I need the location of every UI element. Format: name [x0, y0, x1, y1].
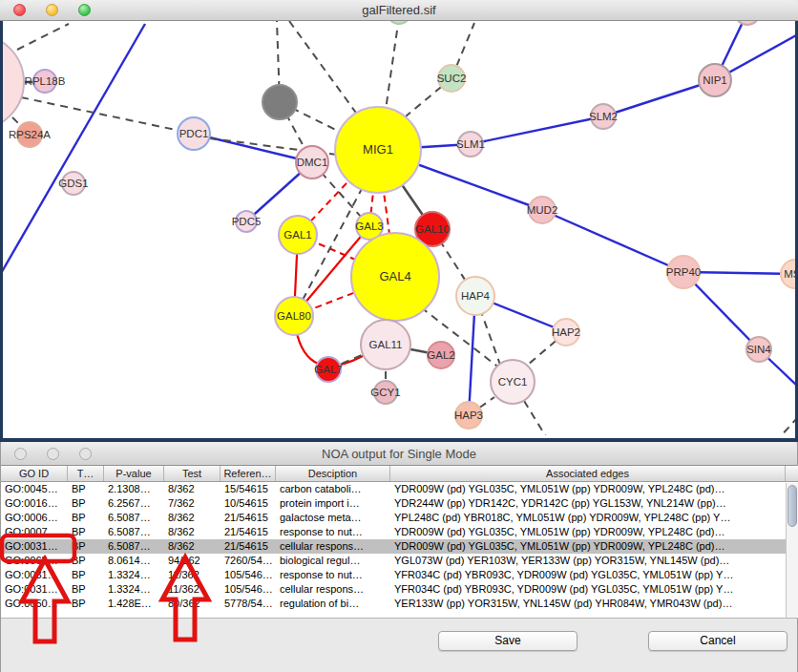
node-label: RPL18B [25, 75, 66, 87]
edge-pd [386, 21, 399, 110]
node-MSL[interactable]: MSL [781, 260, 795, 288]
table-row[interactable]: GO:0045…BP2.1308…8/36215/54615carbon cat… [1, 482, 798, 496]
column-header[interactable]: Associated edges [390, 466, 786, 481]
table-cell-reference: 21/54615 [220, 511, 276, 525]
node-GAL4[interactable]: GAL4 [351, 233, 439, 321]
node-GAL1[interactable]: GAL1 [279, 216, 317, 254]
table-row[interactable]: GO:0006…BP6.5087…8/36221/54615galactose … [1, 511, 798, 525]
node-MUD2[interactable]: MUD2 [527, 197, 558, 223]
table-row[interactable]: GO:0031…BP6.5087…8/36221/54615cellular r… [1, 539, 798, 554]
table-cell-p_value: 1.3324… [104, 582, 164, 597]
table-cell-description: carbon cataboli… [276, 482, 390, 496]
table-row[interactable]: GO:0031…BP1.3324…11/362105/546…response … [1, 568, 798, 582]
table-cell-go_id: GO:0031… [1, 568, 68, 582]
table-cell-type: BP [68, 511, 104, 525]
node-HAP4[interactable]: HAP4 [456, 277, 494, 315]
column-header[interactable]: Test [164, 466, 220, 481]
node-label: GCY1 [370, 387, 400, 398]
edge-pd [289, 21, 361, 119]
node-PRP40[interactable]: PRP40 [666, 256, 701, 288]
table-row[interactable]: GO:0016…BP6.2567…7/36210/54615protein im… [1, 496, 798, 511]
node-GAL80[interactable]: GAL80 [275, 297, 313, 335]
table-cell-go_id: GO:0006… [1, 511, 68, 525]
table-cell-edges: YDR009W (pd) YGL035C, YML051W (pp) YDR00… [390, 539, 786, 554]
node-GDS1[interactable]: GDS1 [58, 172, 88, 195]
graph-window-titlebar: galFiltered.sif [0, 0, 798, 21]
table-cell-test: 8/362 [164, 539, 220, 554]
table-cell-reference: 105/546… [220, 568, 276, 582]
noa-window-titlebar: NOA output for Single Mode [1, 442, 797, 466]
table-cell-edges: YFR034C (pd) YBR093C, YDR009W (pd) YGL03… [390, 582, 786, 597]
table-cell-type: BP [68, 525, 104, 539]
table-cell-p_value: 1.3324… [104, 568, 164, 582]
table-cell-type: BP [68, 568, 104, 582]
node-label: GAL4 [379, 269, 410, 284]
node-label: GDS1 [58, 178, 88, 189]
node-label: PRP40 [666, 266, 701, 278]
table-row[interactable]: GO:0007…BP6.5087…8/36221/54615response t… [1, 525, 798, 539]
node-DMC1[interactable]: DMC1 [296, 146, 328, 178]
node-label: GAL11 [369, 339, 403, 350]
table-cell-description: cellular respons… [276, 582, 390, 597]
node-unlabeled-top-green[interactable] [388, 21, 410, 24]
node-unlabeled-top-right[interactable] [735, 21, 760, 25]
table-cell-go_id: GO:0065… [1, 554, 68, 568]
table-cell-reference: 21/54615 [220, 525, 276, 539]
node-label: MSL [784, 268, 795, 280]
network-canvas[interactable]: RPL18BRPS24APDC1GDS1DMC1MIG1PDC5SLM1SLM2… [0, 21, 798, 442]
table-header-row: GO IDT…P-valueTestReferen…DesciptionAsso… [1, 466, 798, 482]
column-header[interactable]: Desciption [276, 466, 390, 481]
table-cell-type: BP [68, 539, 104, 554]
column-header[interactable]: T… [68, 466, 104, 481]
table-cell-test: 11/362 [164, 568, 220, 582]
node-RPL18B[interactable]: RPL18B [25, 70, 66, 93]
node-GAL7[interactable]: GAL7 [314, 357, 342, 382]
table-cell-type: BP [68, 554, 104, 568]
table-cell-test: 7/362 [164, 496, 220, 511]
node-HAP3[interactable]: HAP3 [454, 402, 483, 429]
node-label: NIP1 [703, 74, 727, 86]
node-label: RPS24A [9, 129, 51, 140]
noa-footer: Save Cancel [1, 619, 798, 672]
node-GAL2[interactable]: GAL2 [427, 342, 454, 368]
node-PDC5[interactable]: PDC5 [232, 211, 262, 232]
table-cell-reference: 7260/54… [220, 554, 276, 568]
table-row[interactable]: GO:0050…BP1.428E…80/3625778/54…regulatio… [1, 597, 798, 611]
node-label: GAL7 [314, 364, 342, 375]
column-header[interactable]: P-value [104, 466, 164, 481]
node-SLM1[interactable]: SLM1 [456, 132, 485, 157]
node-label: CYC1 [498, 376, 528, 388]
table-row[interactable]: GO:0031…BP1.3324…11/362105/546…cellular … [1, 582, 798, 597]
node-MIG1[interactable]: MIG1 [335, 107, 421, 193]
node-GCY1[interactable]: GCY1 [370, 381, 400, 404]
node-SLM2[interactable]: SLM2 [589, 104, 618, 129]
node-label: HAP4 [461, 290, 491, 302]
node-CYC1[interactable]: CYC1 [491, 360, 535, 404]
node-NIP1[interactable]: NIP1 [699, 64, 731, 96]
node-label: PDC1 [179, 128, 209, 139]
node-RPS24A[interactable]: RPS24A [9, 122, 51, 147]
table-cell-go_id: GO:0016… [1, 496, 68, 511]
table-cell-p_value: 6.2567… [104, 496, 164, 511]
save-button[interactable]: Save [438, 631, 578, 651]
column-header[interactable]: GO ID [1, 466, 68, 481]
node-unlabeled-gray[interactable] [262, 85, 297, 119]
table-cell-go_id: GO:0031… [1, 582, 68, 597]
table-cell-type: BP [68, 597, 104, 611]
vertical-scrollbar[interactable] [786, 483, 798, 618]
table-cell-p_value: 1.428E… [104, 597, 164, 611]
table-cell-reference: 105/546… [220, 582, 276, 597]
table-cell-p_value: 6.5087… [104, 511, 164, 525]
cancel-button[interactable]: Cancel [648, 631, 788, 651]
table-cell-test: 80/362 [164, 597, 220, 611]
edge-pp [3, 24, 145, 275]
column-header[interactable]: Referen… [220, 466, 276, 481]
node-SUC2[interactable]: SUC2 [437, 65, 467, 92]
node-SIN4[interactable]: SIN4 [746, 337, 771, 362]
node-GAL11[interactable]: GAL11 [361, 320, 410, 369]
table-row[interactable]: GO:0065…BP8.0614…94/3627260/54…biologica… [1, 554, 798, 568]
scrollbar-thumb[interactable] [788, 485, 797, 527]
node-PDC1[interactable]: PDC1 [178, 117, 210, 150]
node-label: SIN4 [746, 344, 771, 355]
node-HAP2[interactable]: HAP2 [552, 319, 580, 346]
